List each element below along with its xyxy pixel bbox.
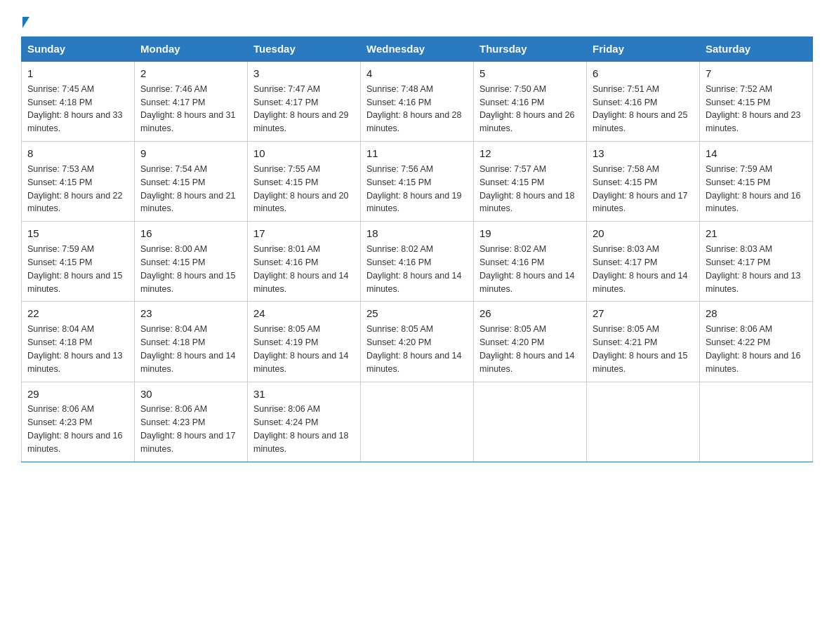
header-thursday: Thursday <box>474 37 587 62</box>
day-sunrise: Sunrise: 7:56 AMSunset: 4:15 PMDaylight:… <box>366 164 462 214</box>
day-sunrise: Sunrise: 7:48 AMSunset: 4:16 PMDaylight:… <box>366 84 462 134</box>
calendar-cell <box>361 382 474 462</box>
calendar-cell: 19 Sunrise: 8:02 AMSunset: 4:16 PMDaylig… <box>474 222 587 302</box>
day-sunrise: Sunrise: 8:05 AMSunset: 4:20 PMDaylight:… <box>479 324 575 374</box>
day-number: 12 <box>479 146 581 161</box>
calendar-cell: 16 Sunrise: 8:00 AMSunset: 4:15 PMDaylig… <box>135 222 248 302</box>
calendar-cell: 15 Sunrise: 7:59 AMSunset: 4:15 PMDaylig… <box>22 222 135 302</box>
day-number: 3 <box>253 66 355 81</box>
day-sunrise: Sunrise: 7:51 AMSunset: 4:16 PMDaylight:… <box>593 84 688 134</box>
day-sunrise: Sunrise: 8:02 AMSunset: 4:16 PMDaylight:… <box>479 244 575 294</box>
day-sunrise: Sunrise: 7:55 AMSunset: 4:15 PMDaylight:… <box>253 164 349 214</box>
calendar-table: SundayMondayTuesdayWednesdayThursdayFrid… <box>21 36 813 462</box>
calendar-cell: 3 Sunrise: 7:47 AMSunset: 4:17 PMDayligh… <box>248 61 361 142</box>
day-number: 4 <box>366 66 468 81</box>
calendar-cell: 18 Sunrise: 8:02 AMSunset: 4:16 PMDaylig… <box>361 222 474 302</box>
calendar-cell: 17 Sunrise: 8:01 AMSunset: 4:16 PMDaylig… <box>248 222 361 302</box>
day-number: 27 <box>593 306 694 321</box>
day-number: 9 <box>140 146 241 161</box>
calendar-cell: 13 Sunrise: 7:58 AMSunset: 4:15 PMDaylig… <box>587 142 700 222</box>
calendar-cell: 21 Sunrise: 8:03 AMSunset: 4:17 PMDaylig… <box>700 222 813 302</box>
calendar-cell: 29 Sunrise: 8:06 AMSunset: 4:23 PMDaylig… <box>22 382 135 462</box>
calendar-cell: 8 Sunrise: 7:53 AMSunset: 4:15 PMDayligh… <box>22 142 135 222</box>
day-sunrise: Sunrise: 7:52 AMSunset: 4:15 PMDaylight:… <box>706 84 801 134</box>
calendar-cell: 1 Sunrise: 7:45 AMSunset: 4:18 PMDayligh… <box>22 61 135 142</box>
header-sunday: Sunday <box>22 37 135 62</box>
day-sunrise: Sunrise: 7:57 AMSunset: 4:15 PMDaylight:… <box>479 164 575 214</box>
day-number: 2 <box>140 66 241 81</box>
day-sunrise: Sunrise: 8:04 AMSunset: 4:18 PMDaylight:… <box>140 324 236 374</box>
calendar-cell <box>700 382 813 462</box>
day-number: 6 <box>593 66 694 81</box>
calendar-cell: 20 Sunrise: 8:03 AMSunset: 4:17 PMDaylig… <box>587 222 700 302</box>
day-sunrise: Sunrise: 7:59 AMSunset: 4:15 PMDaylight:… <box>706 164 801 214</box>
day-sunrise: Sunrise: 7:59 AMSunset: 4:15 PMDaylight:… <box>27 244 123 294</box>
calendar-cell: 14 Sunrise: 7:59 AMSunset: 4:15 PMDaylig… <box>700 142 813 222</box>
calendar-cell: 25 Sunrise: 8:05 AMSunset: 4:20 PMDaylig… <box>361 302 474 382</box>
day-number: 10 <box>253 146 355 161</box>
calendar-cell <box>587 382 700 462</box>
calendar-cell: 12 Sunrise: 7:57 AMSunset: 4:15 PMDaylig… <box>474 142 587 222</box>
day-number: 11 <box>366 146 468 161</box>
calendar-cell: 7 Sunrise: 7:52 AMSunset: 4:15 PMDayligh… <box>700 61 813 142</box>
calendar-cell: 31 Sunrise: 8:06 AMSunset: 4:24 PMDaylig… <box>248 382 361 462</box>
day-number: 17 <box>253 226 355 241</box>
calendar-cell: 23 Sunrise: 8:04 AMSunset: 4:18 PMDaylig… <box>135 302 248 382</box>
calendar-week-row: 29 Sunrise: 8:06 AMSunset: 4:23 PMDaylig… <box>22 382 813 462</box>
calendar-cell: 30 Sunrise: 8:06 AMSunset: 4:23 PMDaylig… <box>135 382 248 462</box>
day-number: 28 <box>706 306 807 321</box>
calendar-cell: 22 Sunrise: 8:04 AMSunset: 4:18 PMDaylig… <box>22 302 135 382</box>
day-number: 14 <box>706 146 807 161</box>
calendar-cell: 27 Sunrise: 8:05 AMSunset: 4:21 PMDaylig… <box>587 302 700 382</box>
day-number: 23 <box>140 306 241 321</box>
day-number: 5 <box>479 66 581 81</box>
day-sunrise: Sunrise: 8:03 AMSunset: 4:17 PMDaylight:… <box>706 244 801 294</box>
logo-triangle-icon <box>22 17 29 28</box>
day-sunrise: Sunrise: 8:05 AMSunset: 4:20 PMDaylight:… <box>366 324 462 374</box>
calendar-cell: 9 Sunrise: 7:54 AMSunset: 4:15 PMDayligh… <box>135 142 248 222</box>
calendar-cell: 26 Sunrise: 8:05 AMSunset: 4:20 PMDaylig… <box>474 302 587 382</box>
day-sunrise: Sunrise: 7:53 AMSunset: 4:15 PMDaylight:… <box>27 164 123 214</box>
calendar-week-row: 1 Sunrise: 7:45 AMSunset: 4:18 PMDayligh… <box>22 61 813 142</box>
header-monday: Monday <box>135 37 248 62</box>
day-number: 21 <box>706 226 807 241</box>
day-number: 25 <box>366 306 468 321</box>
logo <box>21 17 29 28</box>
day-number: 19 <box>479 226 581 241</box>
day-number: 8 <box>27 146 128 161</box>
day-sunrise: Sunrise: 8:06 AMSunset: 4:22 PMDaylight:… <box>706 324 801 374</box>
calendar-cell: 2 Sunrise: 7:46 AMSunset: 4:17 PMDayligh… <box>135 61 248 142</box>
day-number: 20 <box>593 226 694 241</box>
day-sunrise: Sunrise: 7:46 AMSunset: 4:17 PMDaylight:… <box>140 84 236 134</box>
day-number: 15 <box>27 226 128 241</box>
day-number: 29 <box>27 387 128 402</box>
day-number: 7 <box>706 66 807 81</box>
calendar-week-row: 8 Sunrise: 7:53 AMSunset: 4:15 PMDayligh… <box>22 142 813 222</box>
day-sunrise: Sunrise: 8:06 AMSunset: 4:23 PMDaylight:… <box>140 404 236 454</box>
calendar-cell: 24 Sunrise: 8:05 AMSunset: 4:19 PMDaylig… <box>248 302 361 382</box>
day-number: 26 <box>479 306 581 321</box>
calendar-week-row: 22 Sunrise: 8:04 AMSunset: 4:18 PMDaylig… <box>22 302 813 382</box>
calendar-header-row: SundayMondayTuesdayWednesdayThursdayFrid… <box>22 37 813 62</box>
header-wednesday: Wednesday <box>361 37 474 62</box>
day-number: 16 <box>140 226 241 241</box>
day-sunrise: Sunrise: 7:54 AMSunset: 4:15 PMDaylight:… <box>140 164 236 214</box>
header-tuesday: Tuesday <box>248 37 361 62</box>
calendar-cell: 5 Sunrise: 7:50 AMSunset: 4:16 PMDayligh… <box>474 61 587 142</box>
calendar-cell <box>474 382 587 462</box>
header-saturday: Saturday <box>700 37 813 62</box>
day-sunrise: Sunrise: 7:50 AMSunset: 4:16 PMDaylight:… <box>479 84 575 134</box>
day-sunrise: Sunrise: 8:06 AMSunset: 4:23 PMDaylight:… <box>27 404 123 454</box>
day-sunrise: Sunrise: 7:47 AMSunset: 4:17 PMDaylight:… <box>253 84 349 134</box>
day-sunrise: Sunrise: 7:58 AMSunset: 4:15 PMDaylight:… <box>593 164 688 214</box>
page-header <box>21 14 813 28</box>
header-friday: Friday <box>587 37 700 62</box>
day-sunrise: Sunrise: 8:05 AMSunset: 4:21 PMDaylight:… <box>593 324 688 374</box>
calendar-cell: 10 Sunrise: 7:55 AMSunset: 4:15 PMDaylig… <box>248 142 361 222</box>
calendar-cell: 6 Sunrise: 7:51 AMSunset: 4:16 PMDayligh… <box>587 61 700 142</box>
calendar-cell: 4 Sunrise: 7:48 AMSunset: 4:16 PMDayligh… <box>361 61 474 142</box>
day-sunrise: Sunrise: 7:45 AMSunset: 4:18 PMDaylight:… <box>27 84 123 134</box>
day-sunrise: Sunrise: 8:02 AMSunset: 4:16 PMDaylight:… <box>366 244 462 294</box>
calendar-cell: 11 Sunrise: 7:56 AMSunset: 4:15 PMDaylig… <box>361 142 474 222</box>
calendar-week-row: 15 Sunrise: 7:59 AMSunset: 4:15 PMDaylig… <box>22 222 813 302</box>
